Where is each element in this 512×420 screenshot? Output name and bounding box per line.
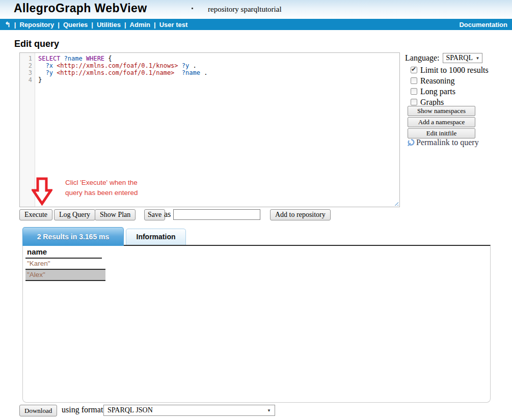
code-text [60, 55, 64, 62]
code-line: } [38, 76, 399, 83]
language-label: Language: [405, 53, 440, 63]
execute-annotation: Clicl 'Execute' when the query has been … [65, 178, 138, 198]
language-row: Language: SPARQL ▼ [405, 53, 482, 63]
code-text [38, 69, 45, 76]
line-number: 1 [20, 55, 32, 62]
code-line: ?x <http://xmlns.com/foaf/0.1/knows> ?y … [38, 62, 399, 69]
limit-checkbox-label: Limit to 1000 results [420, 66, 489, 75]
code-text: . [200, 69, 207, 76]
add-namespace-button[interactable]: Add a namespace [408, 117, 475, 127]
code-text [83, 55, 86, 62]
nav-separator: | [154, 21, 156, 29]
checkbox-row-long-parts: Long parts [411, 87, 455, 96]
show-namespaces-button[interactable]: Show namespaces [408, 106, 475, 116]
permalink-chain-icon [407, 138, 415, 147]
back-arrow-icon[interactable]: ↰ [5, 20, 11, 29]
reasoning-checkbox[interactable] [411, 77, 417, 84]
repository-label: repository sparqltutorial [208, 5, 282, 14]
code-text [178, 62, 182, 69]
code-text [174, 69, 181, 76]
sparql-keyword: SELECT [38, 55, 60, 62]
download-button[interactable]: Download [19, 405, 57, 416]
edit-initfile-button[interactable]: Edit initfile [408, 128, 475, 138]
nav-item-utilities[interactable]: Utilities [97, 21, 121, 29]
nav-item-user[interactable]: User test [159, 21, 188, 29]
nav-separator: | [14, 21, 16, 29]
sparql-variable: ?name [64, 55, 83, 62]
dropdown-arrow-icon: ▼ [476, 56, 480, 61]
permalink-label: Permalink to query [416, 138, 479, 147]
result-row[interactable]: "Karen" [25, 259, 105, 270]
download-format-select[interactable]: SPARQL JSON ▼ [103, 405, 275, 416]
annotation-line: query has been entered [65, 188, 138, 198]
sparql-variable: ?x [45, 62, 52, 69]
nav-separator: | [91, 21, 93, 29]
sparql-uri: <http://xmlns.com/foaf/0.1/name> [57, 69, 174, 76]
log-query-button[interactable]: Log Query [54, 209, 95, 220]
graphs-checkbox-label: Graphs [420, 98, 444, 107]
page-title: Edit query [14, 39, 59, 49]
result-row-selected[interactable]: "Alex" [25, 270, 105, 281]
language-select[interactable]: SPARQL ▼ [443, 53, 482, 63]
code-line: SELECT ?name WHERE { [38, 55, 399, 62]
checkbox-row-reasoning: Reasoning [411, 76, 455, 85]
red-down-arrow-annotation [32, 177, 52, 206]
results-column-header: name [25, 247, 102, 259]
main-nav: ↰ | Repository | Queries | Utilities | A… [0, 19, 512, 30]
allegrograph-webview-app: AllegroGraph WebView repository sparqltu… [0, 0, 512, 420]
execute-button[interactable]: Execute [19, 209, 52, 220]
reasoning-checkbox-label: Reasoning [420, 76, 455, 86]
tab-information[interactable]: Information [126, 229, 186, 245]
sparql-variable: ?y [182, 62, 189, 69]
artifact-dot [192, 8, 193, 9]
using-format-label: using format [62, 405, 103, 414]
language-select-value: SPARQL [446, 54, 473, 62]
show-plan-button[interactable]: Show Plan [95, 209, 136, 220]
nav-item-queries[interactable]: Queries [63, 21, 88, 29]
checkbox-row-graphs: Graphs [411, 98, 444, 106]
save-button[interactable]: Save [144, 209, 165, 220]
app-title: AllegroGraph WebView [14, 2, 147, 15]
nav-item-admin[interactable]: Admin [130, 21, 150, 29]
code-text: { [104, 55, 112, 62]
annotation-line: Clicl 'Execute' when the [65, 178, 138, 188]
app-header: AllegroGraph WebView repository sparqltu… [0, 0, 512, 19]
code-text: . [189, 62, 196, 69]
long-parts-checkbox[interactable] [411, 88, 417, 95]
limit-checkbox[interactable]: ✔ [411, 67, 417, 73]
nav-separator: | [124, 21, 126, 29]
line-number: 3 [20, 69, 32, 76]
tab-results[interactable]: 2 Results in 3.165 ms [22, 227, 124, 246]
dropdown-arrow-icon: ▼ [267, 408, 271, 413]
nav-item-repository[interactable]: Repository [19, 21, 54, 29]
code-text [38, 62, 45, 69]
download-format-value: SPARQL JSON [107, 406, 153, 414]
nav-separator: | [58, 21, 60, 29]
check-icon: ✔ [411, 66, 416, 73]
line-number: 2 [20, 62, 32, 69]
results-panel: name "Karen" "Alex" The results appear h… [22, 245, 491, 403]
add-to-repository-button[interactable]: Add to repository [270, 209, 331, 220]
nav-item-documentation[interactable]: Documentation [459, 21, 507, 29]
sparql-keyword: WHERE [86, 55, 104, 62]
line-number: 4 [20, 76, 32, 83]
permalink-link[interactable]: Permalink to query [407, 138, 479, 147]
checkbox-row-limit: ✔ Limit to 1000 results [411, 66, 489, 74]
graphs-checkbox[interactable] [411, 99, 417, 105]
results-table: name "Karen" "Alex" [25, 247, 105, 281]
long-parts-checkbox-label: Long parts [420, 87, 455, 96]
sparql-variable: ?name [182, 69, 200, 76]
code-line: ?y <http://xmlns.com/foaf/0.1/name> ?nam… [38, 69, 399, 76]
sparql-variable: ?y [45, 69, 52, 76]
code-text: } [38, 76, 42, 83]
save-as-label: as [164, 210, 171, 219]
sparql-uri: <http://xmlns.com/foaf/0.1/knows> [57, 62, 178, 69]
save-name-input[interactable] [173, 209, 260, 220]
